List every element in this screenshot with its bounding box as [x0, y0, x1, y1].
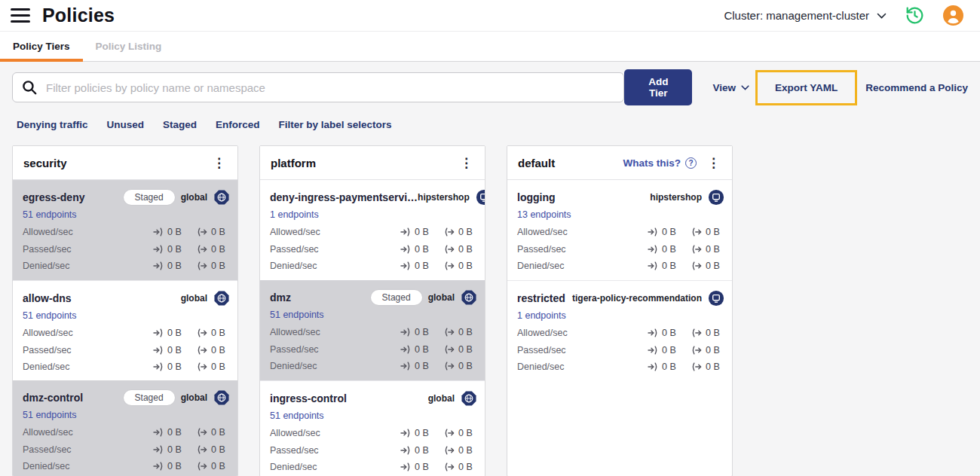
ingress-value: 0 B	[662, 261, 676, 271]
metric-row: Passed/sec 0 B 0 B	[270, 442, 477, 459]
kebab-menu-icon[interactable]: ⋮	[704, 155, 723, 171]
metric-row: Passed/sec 0 B 0 B	[517, 342, 724, 359]
endpoints-link[interactable]: 13 endpoints	[517, 209, 571, 220]
policy-card[interactable]: allow-dns global	[13, 280, 237, 380]
metric-row: Allowed/sec 0 B 0 B	[23, 325, 230, 342]
egress-icon	[444, 328, 455, 337]
kebab-menu-icon[interactable]: ⋮	[210, 155, 228, 171]
ingress-value: 0 B	[415, 344, 429, 355]
filter-link[interactable]: Staged	[163, 119, 197, 130]
whats-this-link[interactable]: Whats this? ?	[623, 157, 697, 169]
ingress-value: 0 B	[167, 444, 182, 455]
policy-card[interactable]: dmz-control Staged global	[13, 380, 237, 476]
endpoints-link[interactable]: 1 endpoints	[517, 310, 566, 321]
egress-icon	[444, 227, 455, 236]
tier-header: security ? ⋮	[13, 146, 237, 180]
metric-label: Allowed/sec	[270, 428, 320, 438]
ingress-value: 0 B	[415, 445, 429, 456]
view-dropdown[interactable]: View	[712, 82, 749, 93]
main-content: Add Tier View Export YAML Recommend a Po…	[0, 62, 980, 476]
policy-card[interactable]: dmz Staged global	[260, 280, 485, 380]
endpoints-link[interactable]: 51 endpoints	[23, 410, 77, 420]
ingress-value: 0 B	[167, 328, 182, 338]
ingress-icon	[648, 362, 658, 371]
egress-value: 0 B	[458, 344, 473, 355]
filter-link[interactable]: Filter by label selectors	[279, 119, 392, 130]
policy-name: egress-deny	[23, 191, 84, 203]
egress-icon	[197, 462, 207, 471]
add-tier-button[interactable]: Add Tier	[624, 69, 692, 105]
metric-label: Allowed/sec	[517, 227, 568, 237]
egress-icon	[197, 245, 207, 254]
hamburger-menu-icon[interactable]	[11, 8, 30, 23]
history-icon[interactable]	[905, 5, 925, 26]
ingress-value: 0 B	[415, 428, 429, 438]
tier-policies: egress-deny Staged global	[13, 180, 237, 476]
ingress-value: 0 B	[167, 261, 182, 271]
egress-icon	[444, 345, 455, 354]
tier-name: security	[23, 157, 67, 169]
page-title: Policies	[42, 5, 115, 26]
view-dropdown-label: View	[712, 82, 736, 93]
tier-name: platform	[271, 157, 316, 169]
metric-label: Allowed/sec	[270, 327, 320, 337]
metric-row: Denied/sec 0 B 0 B	[517, 258, 724, 275]
global-scope-icon	[213, 189, 230, 206]
egress-icon	[444, 446, 455, 455]
metric-label: Allowed/sec	[23, 328, 73, 338]
tier-column: default Whats this? ? ⋮ logging hipsters…	[507, 145, 733, 476]
metric-label: Passed/sec	[23, 444, 72, 455]
policy-card[interactable]: logging hipstershop	[507, 180, 732, 280]
filter-link[interactable]: Enforced	[216, 119, 260, 130]
ingress-icon	[400, 245, 411, 254]
ingress-icon	[153, 261, 164, 270]
egress-value: 0 B	[211, 227, 225, 237]
endpoints-link[interactable]: 51 endpoints	[23, 209, 77, 220]
policy-card[interactable]: deny-ingress-paymentservi… hipstershop	[260, 180, 485, 280]
ingress-value: 0 B	[415, 462, 429, 472]
ingress-value: 0 B	[415, 244, 429, 255]
ingress-icon	[153, 227, 164, 236]
ingress-value: 0 B	[662, 362, 676, 372]
metric-label: Allowed/sec	[270, 227, 320, 237]
cluster-selector[interactable]: Cluster: management-cluster	[724, 9, 887, 22]
staged-badge: Staged	[124, 390, 175, 405]
endpoints-link[interactable]: 51 endpoints	[270, 410, 324, 421]
metric-row: Passed/sec 0 B 0 B	[23, 441, 230, 459]
global-scope-icon	[461, 289, 477, 306]
policy-filter-input[interactable]	[12, 72, 624, 102]
policy-scope-label: hipstershop	[650, 192, 702, 203]
policy-card[interactable]: ingress-control global	[260, 380, 485, 476]
global-scope-icon	[213, 389, 230, 406]
filter-link[interactable]: Denying traffic	[17, 119, 88, 130]
policy-name: dmz-control	[23, 392, 83, 404]
metric-label: Passed/sec	[270, 445, 319, 456]
metric-label: Denied/sec	[270, 261, 317, 271]
kebab-menu-icon[interactable]: ⋮	[457, 155, 476, 171]
tab-policy-listing[interactable]: Policy Listing	[83, 32, 175, 61]
egress-icon	[197, 428, 207, 437]
metric-row: Allowed/sec 0 B 0 B	[517, 325, 724, 342]
recommend-policy-button[interactable]: Recommend a Policy	[865, 82, 968, 93]
endpoints-link[interactable]: 51 endpoints	[270, 310, 324, 320]
ingress-icon	[648, 346, 658, 355]
endpoints-link[interactable]: 1 endpoints	[270, 209, 319, 220]
namespace-scope-icon	[476, 189, 485, 206]
egress-icon	[197, 346, 207, 355]
ingress-value: 0 B	[662, 328, 676, 338]
policy-scope-label: tigera-policy-recommendation	[572, 293, 702, 304]
tab-policy-tiers[interactable]: Policy Tiers	[0, 32, 83, 61]
policy-card[interactable]: restricted tigera-policy-recommendation	[507, 280, 732, 380]
export-yaml-button[interactable]: Export YAML	[775, 82, 838, 93]
endpoints-link[interactable]: 51 endpoints	[23, 310, 77, 321]
user-avatar-icon[interactable]	[943, 5, 963, 26]
metric-row: Passed/sec 0 B 0 B	[517, 241, 724, 258]
metric-row: Denied/sec 0 B 0 B	[23, 458, 230, 475]
ingress-icon	[153, 328, 164, 337]
filter-link[interactable]: Unused	[107, 119, 145, 130]
policy-card[interactable]: egress-deny Staged global	[13, 180, 237, 280]
ingress-value: 0 B	[167, 227, 182, 237]
policy-name: allow-dns	[23, 292, 72, 304]
policy-scope-label: global	[428, 393, 455, 404]
tier-policies: deny-ingress-paymentservi… hipstershop	[260, 180, 485, 476]
